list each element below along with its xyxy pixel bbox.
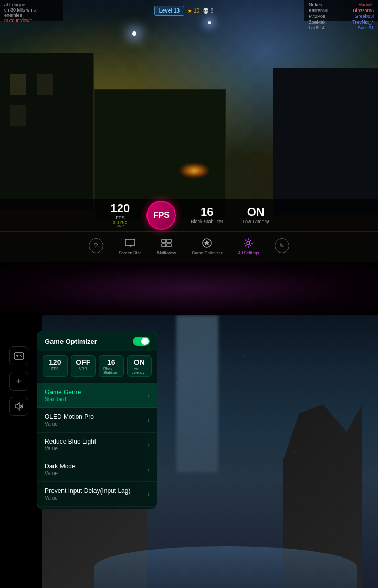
top-game-section: at League ch 30 kills wins enemies nt co… (0, 0, 378, 262)
black-stab-value: 16 (201, 206, 213, 218)
hud-top-bar: at League ch 30 kills wins enemies nt co… (0, 0, 378, 21)
screen-size-label: Screen Size (119, 250, 142, 255)
panel-title: Game Optimizer (45, 338, 97, 345)
mini-latency-value: ON (134, 358, 145, 367)
hud-bottom-bar: 120 FPS G-SYNC VRR FPS 16 Black Stabiliz… (0, 200, 378, 262)
fps-label: FPS (116, 215, 125, 220)
game-genre-value: Standard (45, 396, 81, 402)
hud-overlay: at League ch 30 kills wins enemies nt co… (0, 0, 378, 262)
latency-stat: ON Low Latency (233, 206, 279, 224)
chevron-right-icon-4: › (147, 465, 150, 474)
svg-rect-9 (14, 353, 24, 359)
all-settings-icon (242, 237, 255, 249)
game-stat-enemies: enemies (4, 13, 59, 18)
black-stabilizer-stat: 16 Black Stabilizer (181, 206, 233, 224)
multiview-icon (160, 237, 173, 249)
edit-button[interactable]: ✎ (275, 238, 289, 253)
menu-row: ? Screen Size (0, 231, 378, 260)
latency-value: ON (247, 206, 265, 218)
chevron-right-icon-5: › (147, 490, 150, 498)
gsync-badge: G-SYNC VRR (113, 220, 127, 228)
menu-item-oled-motion[interactable]: OLED Motion Pro Value › (37, 408, 157, 433)
screen-size-menu-item[interactable]: Screen Size (119, 237, 142, 255)
mini-fps-label: FPS (51, 367, 59, 371)
menu-item-reduce-blue-light[interactable]: Reduce Blue Light Value › (37, 433, 157, 457)
panel-header: Game Optimizer (37, 331, 157, 351)
all-settings-menu-item[interactable]: All Settings (238, 237, 259, 255)
svg-point-13 (21, 356, 22, 357)
sidebar-plus-button[interactable]: + (9, 372, 28, 391)
prevent-input-delay-title: Prevent Input Delay(Input Lag) (45, 487, 130, 495)
black-stab-label: Black Stabilizer (191, 219, 223, 224)
mini-black-stab-value: 16 (107, 358, 116, 367)
svg-point-8 (247, 242, 250, 245)
reduce-blue-light-title: Reduce Blue Light (45, 438, 96, 445)
game-optimizer-icon (201, 237, 213, 249)
score-row-4: ZoeMak TrevNix_4 (309, 19, 374, 25)
help-button[interactable]: ? (89, 238, 103, 253)
latency-label: Low Latency (243, 219, 269, 224)
level-badge: Level 13 (154, 6, 184, 16)
all-settings-label: All Settings (238, 250, 259, 255)
svg-rect-6 (167, 244, 171, 247)
menu-item-prevent-input-delay[interactable]: Prevent Input Delay(Input Lag) Value › (37, 482, 157, 507)
game-genre-title: Game Genre (45, 388, 81, 396)
score-row-5: Lar6IL4 Sne_91 (309, 25, 374, 30)
score-row-2: Karren56 Blossom6 (309, 8, 374, 13)
hud-top-center: Level 13 ★ 10 💀 8 (63, 0, 304, 21)
svg-point-12 (20, 355, 21, 356)
svg-marker-14 (15, 403, 19, 410)
stats-row: 120 FPS G-SYNC VRR FPS 16 Black Stabiliz… (0, 200, 378, 231)
star-icon: ★ 10 (187, 8, 200, 14)
mini-stats-row: 120 FPS OFF VRR 16 Black Stabilizer ON L… (37, 351, 157, 381)
screen-size-icon (124, 237, 136, 249)
game-timer: nt countdown (4, 18, 59, 23)
sidebar-gamepad-button[interactable] (9, 346, 28, 365)
chevron-right-icon-3: › (147, 440, 150, 449)
optimizer-panel: Game Optimizer 120 FPS OFF VRR 16 Black … (37, 331, 158, 509)
mini-stat-vrr: OFF VRR (71, 355, 96, 377)
menu-item-dark-mode[interactable]: Dark Mode Value › (37, 457, 157, 482)
dark-mode-title: Dark Mode (45, 463, 76, 470)
mini-fps-value: 120 (49, 358, 61, 367)
game-optimizer-label: Game Optimizer (192, 250, 222, 255)
score-row-3: P72Poe Greek83i (309, 14, 374, 19)
oled-motion-value: Value (45, 421, 94, 427)
mini-vrr-label: VRR (79, 367, 87, 371)
svg-rect-4 (167, 239, 171, 243)
fps-value: 120 (111, 203, 130, 214)
score-row-1: Nokes Harriett (309, 2, 374, 7)
mini-black-stab-label: Black Stabilizer (103, 367, 119, 374)
hud-top-left: at League ch 30 kills wins enemies nt co… (0, 0, 63, 21)
svg-rect-0 (125, 239, 135, 246)
mini-latency-label: Low Latency (132, 367, 148, 374)
reduce-blue-light-value: Value (45, 446, 96, 452)
multiview-label: Multi-view (158, 250, 176, 255)
chevron-right-icon: › (147, 391, 150, 400)
fps-center-badge: FPS (146, 201, 176, 230)
game-title-text: at League (4, 2, 59, 7)
optimizer-toggle[interactable] (133, 337, 150, 346)
oled-motion-title: OLED Motion Pro (45, 413, 94, 421)
middle-divider (0, 262, 378, 315)
mini-stat-latency: ON Low Latency (127, 355, 152, 377)
mini-vrr-value: OFF (76, 358, 90, 367)
chevron-right-icon-2: › (147, 416, 150, 424)
svg-rect-5 (162, 244, 166, 247)
mini-stat-black-stab: 16 Black Stabilizer (99, 355, 124, 377)
bottom-game-section: + Game Optimizer 120 FPS OFF VRR (0, 315, 378, 588)
game-stat-kills: ch 30 kills wins (4, 7, 59, 13)
left-sidebar: + (9, 346, 28, 416)
svg-rect-3 (162, 239, 166, 243)
sidebar-volume-button[interactable] (9, 397, 28, 416)
skull-icon: 💀 8 (203, 8, 213, 14)
menu-item-game-genre[interactable]: Game Genre Standard › (37, 383, 157, 408)
game-optimizer-menu-item[interactable]: Game Optimizer (192, 237, 222, 255)
prevent-input-delay-value: Value (45, 495, 130, 501)
scoreboard: Nokes Harriett Karren56 Blossom6 P72Poe … (304, 0, 378, 21)
optimizer-menu: Game Genre Standard › OLED Motion Pro Va… (37, 381, 157, 509)
multiview-menu-item[interactable]: Multi-view (158, 237, 176, 255)
dark-mode-value: Value (45, 470, 76, 476)
fps-stat: 120 FPS G-SYNC VRR (99, 203, 141, 228)
mini-stat-fps: 120 FPS (43, 355, 68, 377)
